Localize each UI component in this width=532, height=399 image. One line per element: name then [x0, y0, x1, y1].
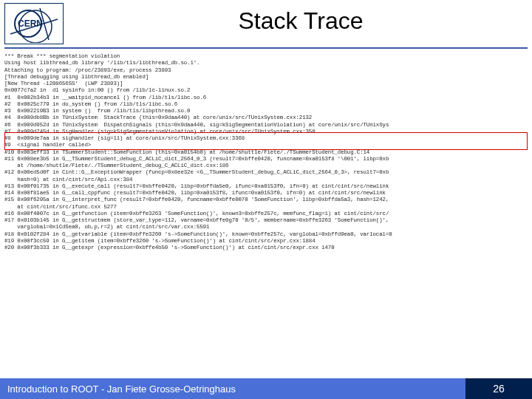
cern-logo: CERN	[4, 3, 64, 44]
stack-trace-text: *** Break *** segmentation violation Usi…	[4, 53, 528, 251]
slide: CERN Stack Trace *** Break *** segmentat…	[0, 0, 532, 399]
svg-text:CERN: CERN	[18, 18, 43, 29]
footer: Introduction to ROOT - Jan Fiete Grosse-…	[0, 378, 532, 399]
header: CERN Stack Trace	[0, 0, 532, 44]
footer-left: Introduction to ROOT - Jan Fiete Grosse-…	[0, 378, 466, 399]
footer-right: 26	[466, 378, 532, 399]
page-title: Stack Trace	[69, 3, 532, 35]
header-divider	[4, 47, 528, 49]
stack-trace-area: *** Break *** segmentation violation Usi…	[4, 53, 528, 372]
